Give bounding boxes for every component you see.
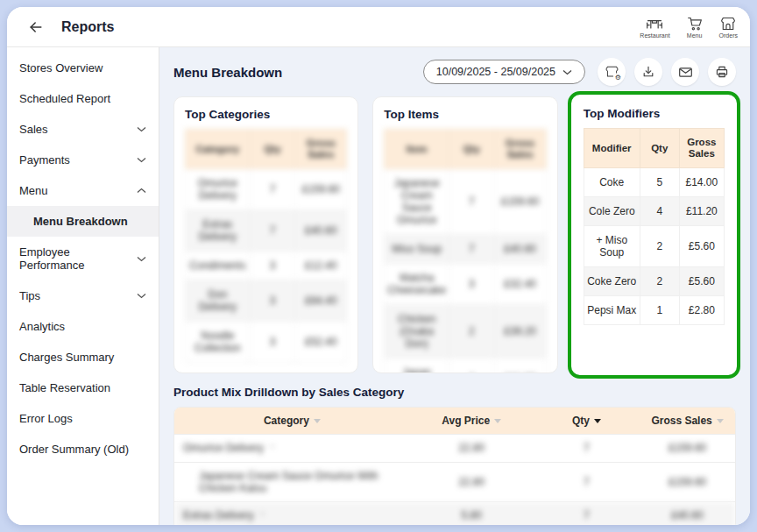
topbar-actions: Restaurant Menu Orders [640, 16, 738, 39]
table-row: Extras Delivery7£40.60 [186, 210, 347, 252]
sort-active-icon [594, 419, 601, 423]
date-range-value: 10/09/2025 - 25/09/2025 [436, 66, 555, 78]
email-icon [678, 66, 693, 79]
store-settings-button[interactable]: ⚙ [598, 58, 626, 86]
report-toolbar: ⚙ [598, 58, 736, 86]
collapse-icon: ⌃ [259, 510, 266, 522]
table-row: Matcha Cheesecake3£32.40 [385, 264, 546, 305]
column-header: Modifier [584, 129, 640, 168]
sort-header-gross-sales[interactable]: Gross Sales [640, 408, 735, 435]
table-row: Japanese Cream Sauce Omurice7£159.60 [385, 169, 546, 235]
page-title: Menu Breakdown [173, 65, 282, 80]
download-icon [641, 65, 655, 79]
chevron-up-icon [137, 188, 146, 194]
sidebar-item-charges-summary[interactable]: Charges Summary [7, 342, 159, 372]
sidebar-item-menu-breakdown[interactable]: Menu Breakdown [7, 206, 159, 237]
column-header: Qty [640, 129, 679, 168]
top-modifiers-card: Top Modifiers Modifier Qty Gross Sales C… [573, 96, 735, 373]
print-icon [715, 65, 729, 79]
sidebar-item-scheduled-report[interactable]: Scheduled Report [7, 83, 159, 114]
back-arrow-icon [27, 18, 45, 36]
collapse-icon: ⌃ [269, 443, 276, 455]
sidebar-item-stores-overview[interactable]: Stores Overview [7, 53, 159, 83]
sidebar-item-payments[interactable]: Payments [7, 145, 159, 175]
sidebar-item-tips[interactable]: Tips [7, 280, 159, 311]
nav-menu[interactable]: Menu [686, 16, 704, 39]
main-content: Menu Breakdown 10/09/2025 - 25/09/2025 ⚙ [159, 47, 750, 525]
summary-cards: Top Categories Category Qty Gross Sales … [173, 96, 736, 373]
category-cell[interactable]: Omurice Delivery⌃ [174, 435, 410, 463]
column-header: Gross Sales [494, 130, 546, 169]
sort-icon [717, 419, 724, 423]
table-row: Coke5£14.00 [584, 168, 724, 197]
column-header: Qty [250, 130, 295, 169]
item-cell: Japanese Cream Sauce Omurice With Chicke… [174, 462, 410, 501]
nav-restaurant-label: Restaurant [640, 32, 669, 39]
table-row: Chicken (Osaka Don)2£39.20 [385, 305, 546, 358]
table-row: Condiments3£12.40 [186, 252, 347, 280]
sidebar-item-employee-performance[interactable]: Employee Performance [7, 237, 159, 280]
table-row: Coke Zero2£5.60 [584, 267, 724, 296]
back-button[interactable] [25, 16, 47, 39]
chevron-down-icon [137, 256, 146, 262]
sort-icon [314, 419, 321, 423]
top-modifiers-title: Top Modifiers [584, 107, 725, 120]
app-window: Reports Restaurant Menu Orders [7, 7, 750, 525]
gear-icon: ⚙ [615, 74, 621, 82]
restaurant-table-icon [646, 16, 663, 32]
column-header: Category [186, 130, 251, 169]
chevron-down-icon [137, 157, 146, 163]
sidebar: Stores Overview Scheduled Report Sales P… [7, 47, 159, 525]
topbar: Reports Restaurant Menu Orders [7, 7, 750, 47]
table-row: Don Delivery3£64.40 [186, 280, 347, 322]
table-row: Pepsi Max1£2.80 [584, 296, 724, 325]
date-range-picker[interactable]: 10/09/2025 - 25/09/2025 [423, 60, 585, 84]
storefront-icon [720, 16, 736, 32]
nav-restaurant[interactable]: Restaurant [640, 16, 669, 39]
sort-header-avg-price[interactable]: Avg Price [410, 408, 534, 435]
main-header: Menu Breakdown 10/09/2025 - 25/09/2025 ⚙ [173, 56, 736, 88]
chevron-down-icon [137, 293, 146, 299]
drilldown-child-row: Japanese Cream Sauce Omurice With Chicke… [174, 462, 735, 501]
email-button[interactable] [671, 58, 699, 86]
cart-icon [686, 16, 704, 32]
table-row: Omurice Delivery7£159.60 [186, 169, 347, 210]
sidebar-item-menu[interactable]: Menu [7, 175, 159, 206]
top-categories-table: Category Qty Gross Sales Omurice Deliver… [185, 129, 347, 363]
column-header: Gross Sales [295, 130, 347, 169]
sort-icon [494, 419, 501, 423]
sidebar-item-order-summary-old[interactable]: Order Summary (Old) [7, 434, 159, 465]
sort-header-category[interactable]: Category [174, 408, 410, 435]
app-title: Reports [61, 19, 114, 35]
chevron-down-icon [562, 69, 572, 75]
sidebar-item-analytics[interactable]: Analytics [7, 311, 159, 342]
table-row: Cole Zero4£11.20 [584, 197, 724, 226]
top-items-title: Top Items [384, 108, 546, 121]
sidebar-item-sales[interactable]: Sales [7, 114, 159, 145]
table-row: Miso Soup7£40.60 [385, 235, 546, 264]
print-button[interactable] [708, 58, 736, 86]
top-items-table: Item Qty Gross Sales Japanese Cream Sauc… [384, 129, 546, 373]
table-row: Japan mayonnaise2£11.60 [385, 358, 546, 374]
nav-orders[interactable]: Orders [719, 16, 738, 39]
column-header: Item [385, 130, 449, 169]
top-categories-title: Top Categories [185, 108, 347, 121]
table-row: Noodle Collection3£52.40 [186, 322, 347, 363]
sidebar-item-error-logs[interactable]: Error Logs [7, 403, 159, 434]
top-modifiers-table: Modifier Qty Gross Sales Coke5£14.00 Col… [584, 128, 725, 325]
column-header: Gross Sales [679, 129, 724, 168]
category-cell[interactable]: Extras Delivery⌃ [174, 501, 410, 525]
highlight-outline: Top Modifiers Modifier Qty Gross Sales C… [568, 91, 740, 379]
drilldown-table: Category Avg Price Qty Gross Sales Omuri… [174, 408, 735, 525]
download-button[interactable] [634, 58, 662, 86]
column-header: Qty [449, 130, 495, 169]
sidebar-item-table-reservation[interactable]: Table Reservation [7, 372, 159, 403]
chevron-down-icon [137, 126, 146, 132]
drilldown-parent-row: Omurice Delivery⌃ 22.80 7 £159.60 [174, 435, 735, 463]
sort-header-qty[interactable]: Qty [534, 408, 640, 435]
table-row: + Miso Soup2£5.60 [584, 226, 724, 267]
drilldown-card: Category Avg Price Qty Gross Sales Omuri… [173, 407, 736, 525]
top-items-card: Top Items Item Qty Gross Sales Japanese … [372, 96, 557, 373]
drilldown-parent-row: Extras Delivery⌃ 5.80 7 £40.60 [174, 501, 735, 525]
nav-orders-label: Orders [719, 32, 738, 39]
